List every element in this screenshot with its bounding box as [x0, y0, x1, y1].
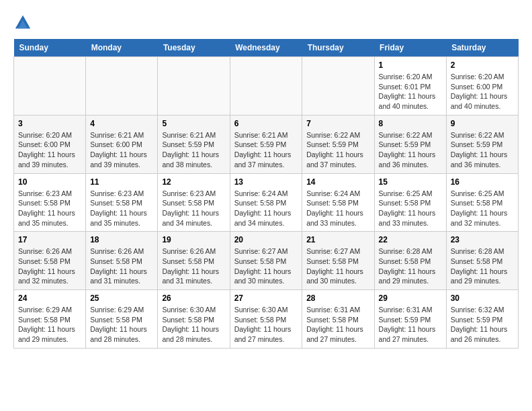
calendar-week-2: 3Sunrise: 6:20 AMSunset: 6:00 PMDaylight…	[14, 115, 519, 173]
logo	[13, 13, 35, 32]
calendar-cell: 16Sunrise: 6:25 AMSunset: 5:58 PMDayligh…	[446, 173, 518, 232]
calendar-cell: 24Sunrise: 6:29 AMSunset: 5:58 PMDayligh…	[14, 290, 86, 349]
day-number: 24	[18, 293, 81, 303]
calendar: SundayMondayTuesdayWednesdayThursdayFrid…	[13, 39, 519, 349]
day-info: Sunrise: 6:30 AMSunset: 5:58 PMDaylight:…	[234, 305, 298, 345]
day-number: 13	[234, 177, 298, 187]
logo-icon	[13, 13, 32, 32]
day-info: Sunrise: 6:32 AMSunset: 5:59 PMDaylight:…	[451, 305, 514, 345]
day-number: 22	[379, 235, 442, 244]
calendar-cell	[230, 57, 302, 116]
calendar-cell: 19Sunrise: 6:26 AMSunset: 5:58 PMDayligh…	[158, 232, 230, 290]
calendar-cell: 7Sunrise: 6:22 AMSunset: 5:59 PMDaylight…	[302, 115, 374, 173]
day-info: Sunrise: 6:24 AMSunset: 5:58 PMDaylight:…	[234, 189, 298, 228]
calendar-cell: 4Sunrise: 6:21 AMSunset: 6:00 PMDaylight…	[86, 115, 158, 173]
day-info: Sunrise: 6:27 AMSunset: 5:58 PMDaylight:…	[306, 246, 369, 286]
calendar-cell: 25Sunrise: 6:29 AMSunset: 5:58 PMDayligh…	[86, 290, 158, 349]
day-number: 11	[90, 177, 153, 187]
calendar-cell: 23Sunrise: 6:28 AMSunset: 5:58 PMDayligh…	[446, 232, 518, 290]
calendar-cell: 22Sunrise: 6:28 AMSunset: 5:58 PMDayligh…	[374, 232, 446, 290]
day-info: Sunrise: 6:29 AMSunset: 5:58 PMDaylight:…	[18, 305, 81, 345]
calendar-cell: 17Sunrise: 6:26 AMSunset: 5:58 PMDayligh…	[14, 232, 86, 290]
calendar-week-5: 24Sunrise: 6:29 AMSunset: 5:58 PMDayligh…	[14, 290, 519, 349]
day-number: 14	[306, 177, 369, 187]
day-info: Sunrise: 6:21 AMSunset: 6:00 PMDaylight:…	[90, 130, 153, 170]
day-number: 26	[162, 293, 225, 303]
day-info: Sunrise: 6:22 AMSunset: 5:59 PMDaylight:…	[451, 130, 514, 170]
col-header-tuesday: Tuesday	[158, 39, 230, 57]
day-number: 17	[18, 235, 81, 244]
calendar-week-1: 1Sunrise: 6:20 AMSunset: 6:01 PMDaylight…	[14, 57, 519, 116]
day-number: 19	[162, 235, 225, 244]
day-number: 21	[306, 235, 369, 244]
day-info: Sunrise: 6:22 AMSunset: 5:59 PMDaylight:…	[379, 130, 442, 170]
day-info: Sunrise: 6:24 AMSunset: 5:58 PMDaylight:…	[306, 189, 369, 228]
day-info: Sunrise: 6:20 AMSunset: 6:00 PMDaylight:…	[18, 130, 81, 170]
day-number: 9	[451, 119, 514, 128]
calendar-week-4: 17Sunrise: 6:26 AMSunset: 5:58 PMDayligh…	[14, 232, 519, 290]
calendar-cell: 28Sunrise: 6:31 AMSunset: 5:58 PMDayligh…	[302, 290, 374, 349]
calendar-cell: 30Sunrise: 6:32 AMSunset: 5:59 PMDayligh…	[446, 290, 518, 349]
day-info: Sunrise: 6:26 AMSunset: 5:58 PMDaylight:…	[18, 246, 81, 286]
calendar-cell: 29Sunrise: 6:31 AMSunset: 5:59 PMDayligh…	[374, 290, 446, 349]
calendar-cell: 12Sunrise: 6:23 AMSunset: 5:58 PMDayligh…	[158, 173, 230, 232]
day-info: Sunrise: 6:23 AMSunset: 5:58 PMDaylight:…	[90, 189, 153, 228]
day-number: 29	[379, 293, 442, 303]
page-header	[13, 13, 519, 32]
calendar-cell	[302, 57, 374, 116]
col-header-monday: Monday	[86, 39, 158, 57]
day-number: 7	[306, 119, 369, 128]
calendar-cell: 5Sunrise: 6:21 AMSunset: 5:59 PMDaylight…	[158, 115, 230, 173]
day-number: 20	[234, 235, 298, 244]
day-info: Sunrise: 6:30 AMSunset: 5:58 PMDaylight:…	[162, 305, 225, 345]
day-info: Sunrise: 6:31 AMSunset: 5:59 PMDaylight:…	[379, 305, 442, 345]
day-info: Sunrise: 6:21 AMSunset: 5:59 PMDaylight:…	[162, 130, 225, 170]
calendar-cell: 15Sunrise: 6:25 AMSunset: 5:58 PMDayligh…	[374, 173, 446, 232]
calendar-cell: 10Sunrise: 6:23 AMSunset: 5:58 PMDayligh…	[14, 173, 86, 232]
calendar-cell: 18Sunrise: 6:26 AMSunset: 5:58 PMDayligh…	[86, 232, 158, 290]
day-number: 15	[379, 177, 442, 187]
calendar-cell: 13Sunrise: 6:24 AMSunset: 5:58 PMDayligh…	[230, 173, 302, 232]
day-info: Sunrise: 6:28 AMSunset: 5:58 PMDaylight:…	[451, 246, 514, 286]
calendar-cell: 27Sunrise: 6:30 AMSunset: 5:58 PMDayligh…	[230, 290, 302, 349]
day-number: 27	[234, 293, 298, 303]
calendar-cell: 2Sunrise: 6:20 AMSunset: 6:00 PMDaylight…	[446, 57, 518, 116]
calendar-week-3: 10Sunrise: 6:23 AMSunset: 5:58 PMDayligh…	[14, 173, 519, 232]
day-info: Sunrise: 6:23 AMSunset: 5:58 PMDaylight:…	[162, 189, 225, 228]
col-header-wednesday: Wednesday	[230, 39, 302, 57]
day-number: 8	[379, 119, 442, 128]
calendar-cell: 21Sunrise: 6:27 AMSunset: 5:58 PMDayligh…	[302, 232, 374, 290]
calendar-cell	[86, 57, 158, 116]
col-header-friday: Friday	[374, 39, 446, 57]
calendar-cell: 14Sunrise: 6:24 AMSunset: 5:58 PMDayligh…	[302, 173, 374, 232]
day-info: Sunrise: 6:27 AMSunset: 5:58 PMDaylight:…	[234, 246, 298, 286]
calendar-cell: 8Sunrise: 6:22 AMSunset: 5:59 PMDaylight…	[374, 115, 446, 173]
day-number: 2	[451, 60, 514, 70]
calendar-cell	[14, 57, 86, 116]
calendar-cell: 6Sunrise: 6:21 AMSunset: 5:59 PMDaylight…	[230, 115, 302, 173]
day-number: 4	[90, 119, 153, 128]
calendar-cell: 1Sunrise: 6:20 AMSunset: 6:01 PMDaylight…	[374, 57, 446, 116]
day-number: 12	[162, 177, 225, 187]
day-number: 10	[18, 177, 81, 187]
calendar-cell	[158, 57, 230, 116]
day-info: Sunrise: 6:28 AMSunset: 5:58 PMDaylight:…	[379, 246, 442, 286]
calendar-cell: 26Sunrise: 6:30 AMSunset: 5:58 PMDayligh…	[158, 290, 230, 349]
day-number: 1	[379, 60, 442, 70]
day-info: Sunrise: 6:29 AMSunset: 5:58 PMDaylight:…	[90, 305, 153, 345]
day-number: 3	[18, 119, 81, 128]
calendar-cell: 20Sunrise: 6:27 AMSunset: 5:58 PMDayligh…	[230, 232, 302, 290]
calendar-cell: 11Sunrise: 6:23 AMSunset: 5:58 PMDayligh…	[86, 173, 158, 232]
calendar-cell: 9Sunrise: 6:22 AMSunset: 5:59 PMDaylight…	[446, 115, 518, 173]
day-number: 23	[451, 235, 514, 244]
day-number: 30	[451, 293, 514, 303]
day-info: Sunrise: 6:26 AMSunset: 5:58 PMDaylight:…	[90, 246, 153, 286]
day-info: Sunrise: 6:25 AMSunset: 5:58 PMDaylight:…	[379, 189, 442, 228]
col-header-saturday: Saturday	[446, 39, 518, 57]
day-number: 6	[234, 119, 298, 128]
day-number: 5	[162, 119, 225, 128]
day-number: 16	[451, 177, 514, 187]
calendar-header-row: SundayMondayTuesdayWednesdayThursdayFrid…	[14, 39, 519, 57]
day-number: 25	[90, 293, 153, 303]
day-info: Sunrise: 6:31 AMSunset: 5:58 PMDaylight:…	[306, 305, 369, 345]
